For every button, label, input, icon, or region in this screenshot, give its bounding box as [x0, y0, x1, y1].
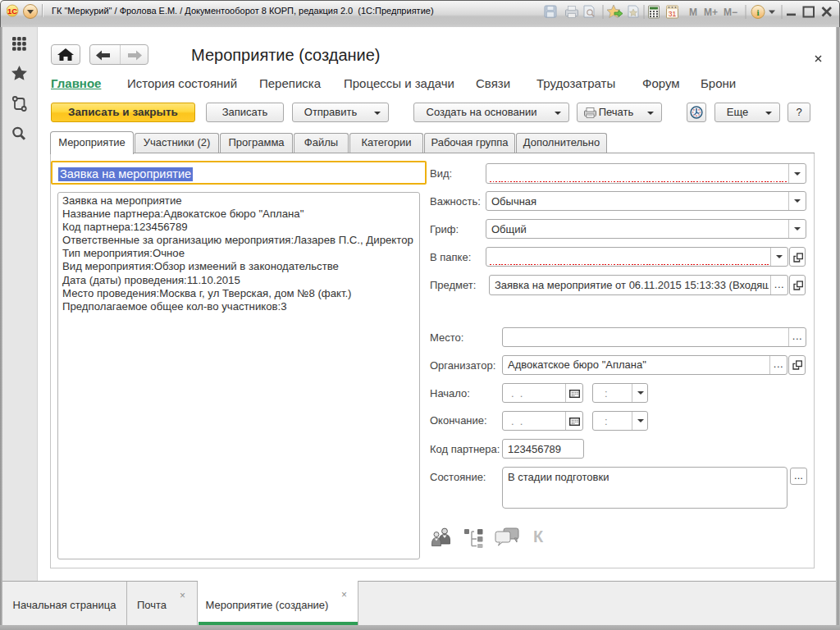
- svg-text:M: M: [689, 7, 697, 18]
- svg-text:1С: 1С: [7, 7, 17, 16]
- svg-text:M+: M+: [704, 7, 718, 18]
- svg-text:31: 31: [669, 10, 677, 18]
- svg-text:i: i: [756, 7, 759, 17]
- svg-text:M−: M−: [724, 7, 737, 18]
